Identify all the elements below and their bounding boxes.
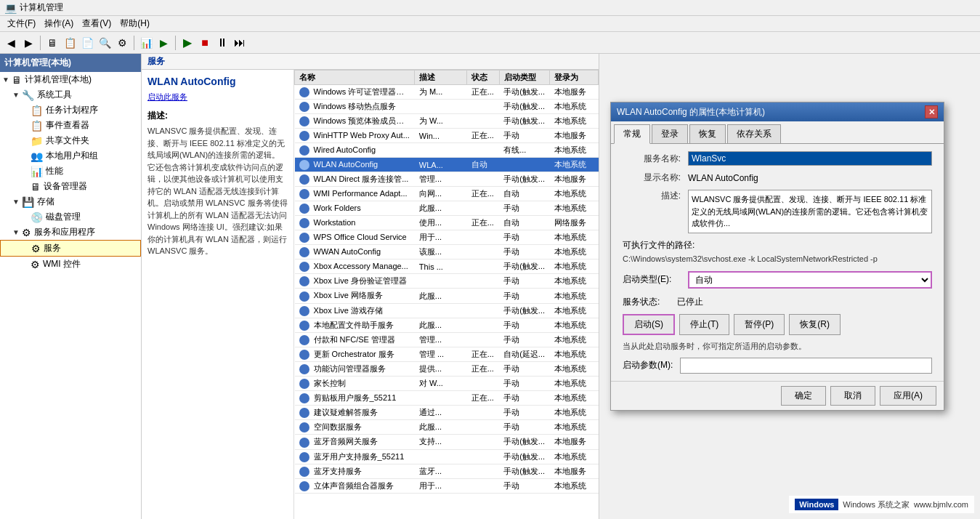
- tree-item-wmi[interactable]: ▷ ⚙ WMI 控件: [0, 257, 141, 272]
- table-row[interactable]: 蓝牙音频网关服务 支持... 手动(触发... 本地服务: [295, 435, 599, 449]
- table-row[interactable]: Workstation 使用... 正在... 自动 网络服务: [295, 216, 599, 230]
- toolbar-btn5[interactable]: ⚙: [114, 35, 130, 51]
- tree-item-systools[interactable]: ▼ 🔧 系统工具: [0, 87, 141, 102]
- tree-item-dev[interactable]: ▷ 🖥 设备管理器: [0, 179, 141, 194]
- table-row[interactable]: WLAN Direct 服务连接管... 管理... 手动(触发... 本地服务: [295, 172, 599, 187]
- stop-button[interactable]: 停止(T): [679, 314, 729, 335]
- cell-login: 本地系统: [550, 406, 599, 420]
- table-row[interactable]: 蓝牙支持服务 蓝牙... 手动(触发... 本地服务: [295, 464, 599, 478]
- table-row[interactable]: 立体声音频组合器服务 用于... 手动 本地系统: [295, 478, 599, 493]
- col-header-status[interactable]: 状态: [467, 71, 500, 85]
- toolbar-pause[interactable]: ⏸: [214, 35, 230, 51]
- apply-button[interactable]: 应用(A): [880, 386, 936, 406]
- table-row[interactable]: Windows 移动热点服务 手动(触发... 本地系统: [295, 100, 599, 114]
- table-row[interactable]: Wired AutoConfig 有线... 本地系统: [295, 143, 599, 158]
- table-row[interactable]: Xbox Accessory Manage... This ... 手动(触发.…: [295, 260, 599, 274]
- start-button[interactable]: 启动(S): [623, 314, 675, 335]
- table-row[interactable]: 空间数据服务 此服... 手动 本地系统: [295, 420, 599, 435]
- toolbar-btn1[interactable]: 🖥: [44, 35, 60, 51]
- service-name-value[interactable]: WlanSvc: [688, 151, 932, 166]
- toolbar-btn3[interactable]: 📄: [79, 35, 95, 51]
- tree-item-users[interactable]: ▷ 👥 本地用户和组: [0, 148, 141, 164]
- table-row[interactable]: WWAN AutoConfig 该服... 手动 本地系统: [295, 245, 599, 260]
- tree-item-perf[interactable]: ▷ 📊 性能: [0, 164, 141, 179]
- cell-desc: WLA...: [415, 158, 467, 172]
- table-row[interactable]: 家长控制 对 W... 手动 本地系统: [295, 377, 599, 391]
- tree-item-task[interactable]: ▷ 📋 任务计划程序: [0, 102, 141, 118]
- service-action-link[interactable]: 启动此服务: [147, 92, 187, 101]
- table-row[interactable]: Work Folders 此服... 手动 本地系统: [295, 201, 599, 216]
- tab-recovery[interactable]: 恢复: [689, 124, 726, 143]
- table-row[interactable]: 本地配置文件助手服务 此服... 手动 本地系统: [295, 318, 599, 332]
- col-header-login[interactable]: 登录为: [550, 71, 599, 85]
- table-row[interactable]: Xbox Live 游戏存储 手动(触发... 本地系统: [295, 303, 599, 318]
- table-row[interactable]: Windows 许可证管理器服务 为 M... 正在... 手动(触发... 本…: [295, 85, 599, 100]
- table-row[interactable]: 付款和 NFC/SE 管理器 管理... 手动 本地系统: [295, 332, 599, 347]
- expand-root[interactable]: ▼: [1, 76, 10, 84]
- tab-dependencies[interactable]: 依存关系: [727, 124, 781, 143]
- table-row[interactable]: 剪贴板用户服务_55211 正在... 手动 本地系统: [295, 391, 599, 406]
- table-row[interactable]: 蓝牙用户支持服务_55211 手动(触发... 本地系统: [295, 449, 599, 464]
- services-list[interactable]: 名称 描述 状态 启动类型 登录为 Windows 许可证管理器服务 为 M..…: [294, 70, 599, 519]
- cell-desc: 通过...: [415, 406, 467, 420]
- toolbar-btn4[interactable]: 🔍: [97, 35, 113, 51]
- tab-general[interactable]: 常规: [614, 124, 650, 144]
- col-header-name[interactable]: 名称: [295, 71, 415, 85]
- tree-item-services[interactable]: ▷ ⚙ 服务: [0, 240, 141, 257]
- cell-desc: 此服...: [415, 420, 467, 435]
- menu-help[interactable]: 帮助(H): [116, 16, 154, 31]
- table-row[interactable]: WPS Office Cloud Service 用于... 手动 本地系统: [295, 230, 599, 245]
- table-row[interactable]: 功能访问管理器服务 提供... 正在... 手动 本地系统: [295, 361, 599, 376]
- expand-storage[interactable]: ▼: [12, 198, 20, 206]
- tree-item-event[interactable]: ▷ 📋 事件查看器: [0, 118, 141, 133]
- expand-services-app[interactable]: ▼: [12, 228, 20, 237]
- tree-item-root[interactable]: ▼ 🖥 计算机管理(本地): [0, 72, 141, 87]
- toolbar-forward[interactable]: ▶: [20, 35, 36, 51]
- cell-login: 本地系统: [550, 377, 599, 391]
- cell-login: 本地系统: [550, 230, 599, 245]
- toolbar-back[interactable]: ◀: [3, 35, 19, 51]
- table-row[interactable]: Xbox Live 身份验证管理器 手动 本地系统: [295, 274, 599, 289]
- dialog-close-button[interactable]: ✕: [925, 105, 938, 118]
- table-row[interactable]: Windows 预览体验成员服务 为 W... 手动(触发... 本地系统: [295, 114, 599, 129]
- cell-status: [467, 274, 500, 289]
- toolbar-step[interactable]: ⏭: [232, 35, 248, 51]
- tab-login[interactable]: 登录: [652, 124, 688, 143]
- toolbar-btn6[interactable]: 📊: [138, 35, 154, 51]
- table-row[interactable]: Xbox Live 网络服务 此服... 手动 本地系统: [295, 289, 599, 303]
- toolbar-btn2[interactable]: 📋: [62, 35, 78, 51]
- col-header-desc[interactable]: 描述: [415, 71, 467, 85]
- toolbar-btn7[interactable]: ▶: [155, 35, 171, 51]
- cell-status: 正在...: [467, 361, 500, 376]
- table-row[interactable]: WinHTTP Web Proxy Aut... Win... 正在... 手动…: [295, 129, 599, 143]
- tree-item-services-app[interactable]: ▼ ⚙ 服务和应用程序: [0, 225, 141, 240]
- cancel-button[interactable]: 取消: [830, 386, 875, 406]
- pause-button[interactable]: 暂停(P): [734, 314, 785, 335]
- cell-desc: 此服...: [415, 289, 467, 303]
- ok-button[interactable]: 确定: [781, 386, 826, 406]
- expand-systools[interactable]: ▼: [12, 91, 20, 100]
- table-row[interactable]: 建议疑难解答服务 通过... 手动 本地系统: [295, 406, 599, 420]
- param-input[interactable]: [680, 358, 932, 374]
- menu-file[interactable]: 文件(F): [3, 16, 40, 31]
- toolbar-stop[interactable]: ■: [197, 35, 213, 51]
- cell-login: 本地系统: [550, 318, 599, 332]
- dialog-desc-area[interactable]: WLANSVC 服务提供配置、发现、连接、断开与 IEEE 802.11 标准定…: [688, 190, 932, 233]
- table-row[interactable]: WLAN AutoConfig WLA... 自动 本地系统: [295, 158, 599, 172]
- resume-button[interactable]: 恢复(R): [789, 314, 841, 335]
- menu-view[interactable]: 查看(V): [78, 16, 116, 31]
- startup-type-select[interactable]: 自动 手动 禁用 自动(延迟启动): [688, 271, 932, 289]
- toolbar-play[interactable]: ▶: [179, 35, 195, 51]
- path-label: 可执行文件的路径:: [623, 239, 932, 252]
- tree-item-shared[interactable]: ▷ 📁 共享文件夹: [0, 133, 141, 148]
- table-row[interactable]: WMI Performance Adapt... 向网... 正在... 自动 …: [295, 187, 599, 201]
- table-row[interactable]: 更新 Orchestrator 服务 管理 ... 正在... 自动(延迟...…: [295, 347, 599, 361]
- menu-action[interactable]: 操作(A): [40, 16, 78, 31]
- cell-startup: 手动: [499, 245, 550, 260]
- cell-startup: 手动: [499, 406, 550, 420]
- watermark: Windows Windows 系统之家 www.bjmlv.com: [789, 496, 974, 513]
- col-header-startup[interactable]: 启动类型: [499, 71, 550, 85]
- desc-label: 描述:: [147, 110, 288, 122]
- tree-item-disk[interactable]: ▷ 💿 磁盘管理: [0, 209, 141, 225]
- tree-item-storage[interactable]: ▼ 💾 存储: [0, 194, 141, 209]
